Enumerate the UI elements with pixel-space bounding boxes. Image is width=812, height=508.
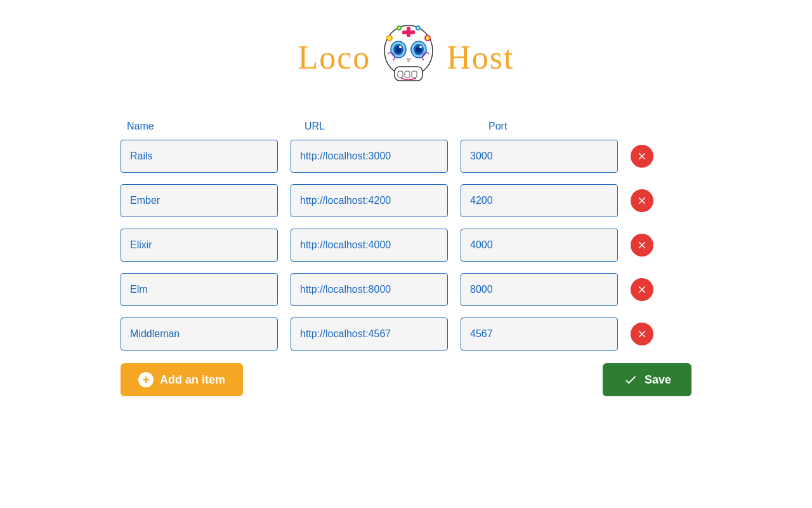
delete-button[interactable] (631, 234, 653, 257)
app-header: Loco (298, 0, 514, 108)
name-input[interactable] (121, 140, 278, 173)
svg-rect-2 (398, 71, 403, 77)
port-input[interactable] (461, 184, 618, 217)
url-input[interactable] (291, 273, 448, 306)
name-input[interactable] (121, 229, 278, 262)
url-input[interactable] (291, 318, 448, 351)
port-input[interactable] (461, 318, 618, 351)
svg-rect-14 (402, 30, 415, 34)
table-row (121, 229, 691, 262)
svg-point-8 (399, 46, 402, 48)
svg-point-12 (419, 46, 422, 48)
svg-rect-3 (405, 71, 410, 77)
name-input[interactable] (121, 273, 278, 306)
name-input[interactable] (121, 184, 278, 217)
logo-text-left: Loco (298, 39, 370, 76)
svg-point-20 (398, 27, 400, 29)
url-input[interactable] (291, 184, 448, 217)
svg-point-16 (388, 36, 391, 40)
add-item-button[interactable]: + Add an item (121, 363, 243, 396)
table-row (121, 140, 691, 173)
name-input[interactable] (121, 318, 278, 351)
save-button[interactable]: Save (603, 363, 691, 396)
url-input[interactable] (291, 140, 448, 173)
add-item-label: Add an item (160, 373, 225, 387)
delete-button[interactable] (631, 145, 653, 168)
footer: + Add an item Save (121, 363, 691, 396)
rows-container (121, 140, 691, 351)
table-row (121, 184, 691, 217)
main-content: Name URL Port (121, 108, 691, 409)
url-input[interactable] (291, 229, 448, 262)
table-row (121, 273, 691, 306)
checkmark-icon (623, 372, 638, 387)
column-name-header: Name (127, 121, 285, 132)
logo-text-right: Host (447, 39, 514, 76)
column-headers: Name URL Port (121, 121, 691, 132)
delete-button[interactable] (631, 189, 653, 212)
delete-button[interactable] (631, 323, 653, 345)
delete-button[interactable] (631, 278, 653, 301)
table-row (121, 318, 691, 351)
port-input[interactable] (461, 273, 618, 306)
column-url-header: URL (304, 121, 469, 132)
svg-rect-4 (412, 71, 417, 77)
port-input[interactable] (461, 229, 618, 262)
plus-icon: + (138, 372, 154, 387)
svg-point-18 (426, 36, 429, 40)
port-input[interactable] (461, 140, 618, 173)
column-port-header: Port (488, 121, 615, 132)
logo-skull-icon (377, 19, 440, 95)
save-label: Save (645, 373, 671, 387)
svg-point-22 (417, 27, 419, 29)
